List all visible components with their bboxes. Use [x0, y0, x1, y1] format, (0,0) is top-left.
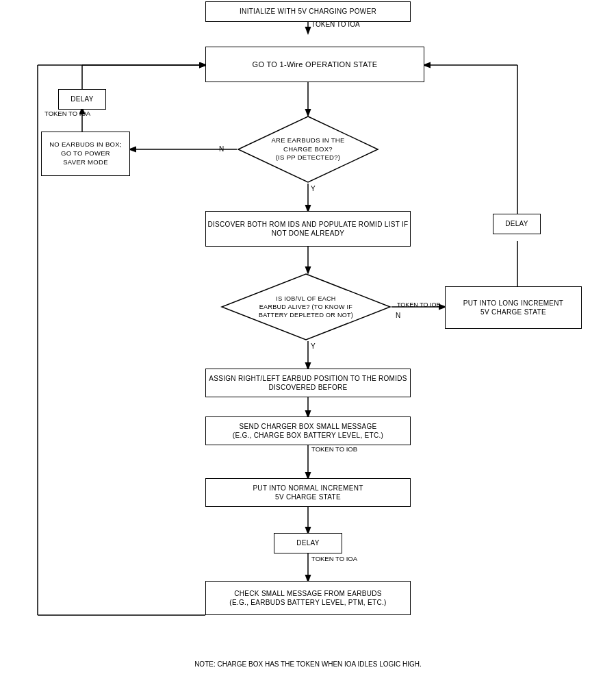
- discover-box: DISCOVER BOTH ROM IDS AND POPULATE ROMID…: [205, 211, 411, 247]
- flowchart-diagram: INITIALIZE WITH 5V CHARGING POWER TOKEN …: [0, 0, 616, 671]
- earbuds-n-label: N: [219, 145, 224, 153]
- earbuds-y-label: Y: [311, 185, 316, 192]
- token-ioa-label-3: TOKEN TO IOA: [311, 555, 357, 562]
- note-text: NOTE: CHARGE BOX HAS THE TOKEN WHEN IOA …: [0, 660, 616, 668]
- iob-diamond: IS IOB/VL OF EACH EARBUD ALIVE? (TO KNOW…: [220, 273, 392, 341]
- iob-y-label: Y: [311, 342, 316, 350]
- iob-n-label: N: [396, 312, 400, 319]
- token-iob-label-2: TOKEN TO IOB: [311, 445, 357, 453]
- normal-charge-box: PUT INTO NORMAL INCREMENT 5V CHARGE STAT…: [205, 478, 411, 507]
- send-charger-box: SEND CHARGER BOX SMALL MESSAGE (E.G., CH…: [205, 416, 411, 445]
- earbuds-diamond-text: ARE EARBUDS IN THE CHARGE BOX? (IS PP DE…: [264, 129, 351, 169]
- initialize-box: INITIALIZE WITH 5V CHARGING POWER: [205, 1, 411, 22]
- check-small-box: CHECK SMALL MESSAGE FROM EARBUDS (E.G., …: [205, 581, 411, 615]
- delay-right-box: DELAY: [493, 214, 541, 234]
- assign-box: ASSIGN RIGHT/LEFT EARBUD POSITION TO THE…: [205, 369, 411, 397]
- goto-wire-box: GO TO 1-Wire OPERATION STATE: [205, 47, 424, 82]
- token-iob-label-1: TOKEN TO IOB: [397, 301, 441, 308]
- token-ioa-label-1: TOKEN TO IOA: [311, 21, 360, 28]
- delay-left-box: DELAY: [58, 89, 106, 110]
- long-charge-box: PUT INTO LONG INCREMENT 5V CHARGE STATE: [445, 286, 582, 329]
- token-ioa-label-2: TOKEN TO IOA: [44, 110, 90, 117]
- earbuds-diamond: ARE EARBUDS IN THE CHARGE BOX? (IS PP DE…: [237, 115, 379, 184]
- iob-diamond-text: IS IOB/VL OF EACH EARBUD ALIVE? (TO KNOW…: [252, 288, 360, 326]
- no-earbuds-box: NO EARBUDS IN BOX; GO TO POWER SAVER MOD…: [41, 132, 130, 176]
- delay-bottom-box: DELAY: [274, 533, 342, 553]
